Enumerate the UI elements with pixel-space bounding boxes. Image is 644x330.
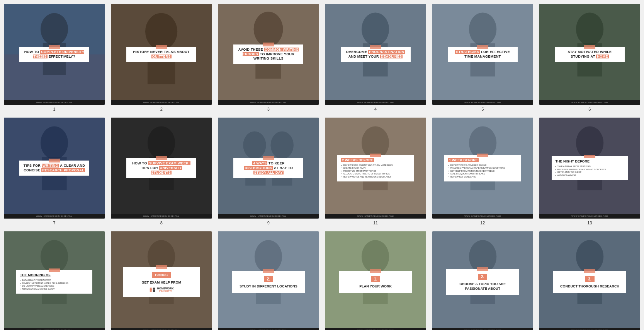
card-18-title: CHOOSE A TOPIC YOU ARE PASSIONATE ABOUT [450,282,515,291]
card-14-item-1: EAT A HEALTHY BREAKFAST [20,279,89,281]
card-17-content: 1. PLAN YOUR WORK [325,231,426,330]
card-11[interactable]: 2 WEEKS BEFORE REVIEW EXAM FORMAT AND ST… [325,118,426,219]
card-14-list-title: THE MORNING OF [20,273,89,277]
card-grid: HOW TO COMPLETE UNIVERSITY THESIS EFFECT… [4,4,640,330]
card-wrapper-3: AVOID THESE COMMON WRITING ERRORS TO IMP… [218,4,319,111]
card-4[interactable]: OVERCOME PROCRASTINATION AND MEET YOUR D… [325,4,426,105]
card-18[interactable]: 2. CHOOSE A TOPIC YOU ARE PASSIONATE ABO… [432,231,533,330]
card-1-title: HOW TO COMPLETE UNIVERSITY THESIS EFFECT… [23,50,85,59]
card-wrapper-8: HOW TO SURVIVE EXAM WEEK: TIPS FOR UNIVE… [111,118,212,225]
card-15-box: BONUS GET EXAM HELP FROM [123,267,200,298]
card-14-item-4: ARRIVE AT EXAM VENUE EARLY [20,288,89,290]
card-wrapper-2: HISTORY NEVER TALKS ABOUT QUITTERS WWW.H… [111,4,212,111]
card-14-content: THE MORNING OF EAT A HEALTHY BREAKFAST R… [4,231,105,330]
card-wrapper-18: 2. CHOOSE A TOPIC YOU ARE PASSIONATE ABO… [432,231,533,330]
card-12-item-3: GET HELP FROM TUTOR/TEACHER/FRIEND [448,170,517,172]
card-13[interactable]: THE NIGHT BEFORE TAKE A BREAK FROM STUDY… [539,118,640,219]
card-13-item-1: TAKE A BREAK FROM STUDYING [556,165,624,168]
card-7[interactable]: TIPS FOR WRITING A CLEAR AND CONCISE RES… [4,118,105,219]
card-4-number: 4 [374,107,377,111]
card-12-item-4: TAKE FREQUENT SHORT BREAKS [448,173,517,175]
card-3[interactable]: AVOID THESE COMMON WRITING ERRORS TO IMP… [218,4,319,105]
card-19-content: 3. CONDUCT THOROUGH RESEARCH [539,231,640,330]
card-1-box: HOW TO COMPLETE UNIVERSITY THESIS EFFECT… [19,47,89,62]
svg-rect-48 [151,288,152,292]
card-wrapper-5: STRATEGIES FOR EFFECTIVE TIME MANAGEMENT… [432,4,533,111]
card-11-item-1: REVIEW EXAM FORMAT AND STUDY MATERIALS [341,164,410,166]
card-8-tape [156,156,167,160]
card-wrapper-9: 4 WAYS TO KEEP DISTRACTIONS AT BAY TO ST… [218,118,319,225]
card-9-content: 4 WAYS TO KEEP DISTRACTIONS AT BAY TO ST… [218,118,319,219]
card-6-box: STAY MOTIVATED WHILE STUDYING AT HOME [555,47,625,62]
card-8-number: 8 [160,221,163,225]
card-5-footer: WWW.HOMEWORKFINISHER.COM [432,100,533,105]
card-11-list-title: 2 WEEKS BEFORE [341,158,410,162]
card-1[interactable]: HOW TO COMPLETE UNIVERSITY THESIS EFFECT… [4,4,105,105]
card-11-tape [370,154,381,157]
card-7-tape [49,159,60,162]
card-5-tape [477,45,488,49]
hw-logo-text: HOMEWORKFINISHER [157,287,174,292]
card-19-box: 3. CONDUCT THOROUGH RESEARCH [553,271,626,293]
card-11-box: 2 WEEKS BEFORE REVIEW EXAM FORMAT AND ST… [337,155,414,182]
card-7-content: TIPS FOR WRITING A CLEAR AND CONCISE RES… [4,118,105,219]
card-13-item-3: GET PLENTY OF SLEEP [556,171,624,173]
card-wrapper-1: HOW TO COMPLETE UNIVERSITY THESIS EFFECT… [4,4,105,111]
card-8[interactable]: HOW TO SURVIVE EXAM WEEK: TIPS FOR UNIVE… [111,118,212,219]
card-12[interactable]: 1 WEEK BEFORE REVIEW TOPICS COVERED SO F… [432,118,533,219]
card-2[interactable]: HISTORY NEVER TALKS ABOUT QUITTERS WWW.H… [111,4,212,105]
card-7-footer: WWW.HOMEWORKFINISHER.COM [4,214,105,219]
card-16-num: 2. [264,276,273,282]
card-9-box: 4 WAYS TO KEEP DISTRACTIONS AT BAY TO ST… [233,158,303,178]
card-11-item-3: PRIORITIZE IMPORTANT TOPICS [341,170,410,172]
card-6-tape [584,45,595,49]
card-13-box: THE NIGHT BEFORE TAKE A BREAK FROM STUDY… [552,156,628,180]
card-wrapper-4: OVERCOME PROCRASTINATION AND MEET YOUR D… [325,4,426,111]
card-16[interactable]: 2. STUDY IN DIFFERENT LOCATIONS WWW.HOME… [218,231,319,330]
card-12-list-title: 1 WEEK BEFORE [448,158,517,162]
card-12-content: 1 WEEK BEFORE REVIEW TOPICS COVERED SO F… [432,118,533,219]
card-17-title: PLAN YOUR WORK [343,284,408,289]
card-5[interactable]: STRATEGIES FOR EFFECTIVE TIME MANAGEMENT… [432,4,533,105]
card-18-content: 2. CHOOSE A TOPIC YOU ARE PASSIONATE ABO… [432,231,533,330]
svg-point-49 [153,287,155,289]
card-17-box: 1. PLAN YOUR WORK [339,271,412,293]
card-1-footer: WWW.HOMEWORKFINISHER.COM [4,100,105,105]
card-14-tape [49,268,60,272]
card-18-num: 2. [478,274,487,280]
card-11-item-2: CREATE STUDY PLAN [341,167,410,169]
card-16-box: 2. STUDY IN DIFFERENT LOCATIONS [232,271,305,293]
card-8-title: HOW TO SURVIVE EXAM WEEK: TIPS FOR UNIVE… [130,161,192,175]
card-6[interactable]: STAY MOTIVATED WHILE STUDYING AT HOME WW… [539,4,640,105]
card-19[interactable]: 3. CONDUCT THOROUGH RESEARCH WWW.HOMEWOR… [539,231,640,330]
card-15-bonus-label: BONUS [152,272,171,278]
card-5-number: 5 [481,107,484,111]
card-8-footer: WWW.HOMEWORKFINISHER.COM [111,214,212,219]
svg-rect-50 [153,289,155,292]
card-13-tape [584,155,595,158]
card-12-item-2: PRACTICE PAST EXAM PAPERS/SAMPLE QUESTIO… [448,167,517,169]
card-wrapper-12: 1 WEEK BEFORE REVIEW TOPICS COVERED SO F… [432,118,533,225]
card-3-tape [263,43,274,46]
card-2-number: 2 [160,107,163,111]
card-15[interactable]: BONUS GET EXAM HELP FROM [111,231,212,330]
card-9-number: 9 [267,221,270,225]
card-14-item-2: REVIEW IMPORTANT NOTES OR SUMMARIES [20,282,89,284]
card-4-tape [370,45,381,49]
card-wrapper-11: 2 WEEKS BEFORE REVIEW EXAM FORMAT AND ST… [325,118,426,225]
card-9[interactable]: 4 WAYS TO KEEP DISTRACTIONS AT BAY TO ST… [218,118,319,219]
card-14[interactable]: THE MORNING OF EAT A HEALTHY BREAKFAST R… [4,231,105,330]
card-13-number: 13 [587,221,592,225]
card-1-content: HOW TO COMPLETE UNIVERSITY THESIS EFFECT… [4,4,105,105]
card-2-content: HISTORY NEVER TALKS ABOUT QUITTERS [111,4,212,105]
card-17[interactable]: 1. PLAN YOUR WORK WWW.HOMEWORKFINISHER.C… [325,231,426,330]
card-4-box: OVERCOME PROCRASTINATION AND MEET YOUR D… [341,47,411,62]
card-4-content: OVERCOME PROCRASTINATION AND MEET YOUR D… [325,4,426,105]
card-17-footer: WWW.HOMEWORKFINISHER.COM [325,328,426,330]
card-2-box: HISTORY NEVER TALKS ABOUT QUITTERS [126,47,196,62]
card-3-footer: WWW.HOMEWORKFINISHER.COM [218,100,319,105]
card-12-number: 12 [480,221,485,225]
card-19-num: 3. [585,276,594,282]
hw-logo: HOMEWORKFINISHER [127,286,196,293]
card-15-content: BONUS GET EXAM HELP FROM [111,231,212,330]
